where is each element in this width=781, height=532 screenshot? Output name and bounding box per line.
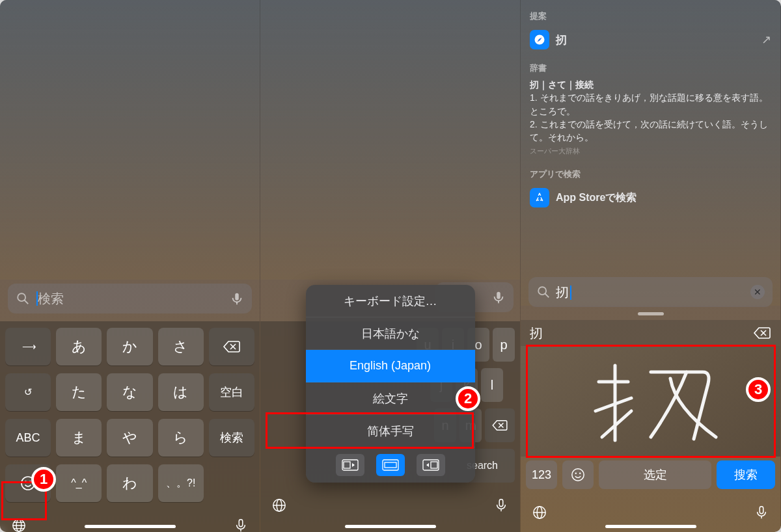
key-backspace[interactable] bbox=[485, 408, 515, 442]
key-undo[interactable]: ↺ bbox=[5, 373, 51, 411]
background-blur bbox=[260, 0, 520, 280]
key-kana-ta[interactable]: た bbox=[56, 373, 102, 411]
key-l[interactable]: l bbox=[481, 368, 503, 402]
spotlight-search-bar[interactable]: 検索 bbox=[8, 284, 252, 313]
text-caret bbox=[570, 286, 571, 300]
svg-rect-26 bbox=[385, 462, 396, 468]
hw-candidate-char[interactable]: 扨 bbox=[530, 325, 543, 342]
dict-headword: 扨｜さて｜接続 bbox=[530, 78, 771, 91]
svg-rect-28 bbox=[431, 462, 437, 468]
spotlight-results: 提案 扨 ↗ 辞書 扨｜さて｜接続 1. それまでの話をきりあげ，別な話題に移る… bbox=[530, 7, 771, 211]
dict-def-1: 1. それまでの話をきりあげ，別な話題に移る意を表す語。ところで。 bbox=[530, 91, 771, 118]
key-kana-wa[interactable]: わ bbox=[107, 464, 152, 502]
popover-item-settings[interactable]: キーボード設定… bbox=[306, 285, 475, 317]
hw-key-123[interactable]: 123 bbox=[526, 460, 557, 489]
search-placeholder: 検索 bbox=[38, 290, 230, 308]
popover-layout-icons bbox=[306, 447, 475, 483]
appstore-icon bbox=[530, 188, 549, 207]
panel-step-3: 提案 扨 ↗ 辞書 扨｜さて｜接続 1. それまでの話をきりあげ，別な話題に移る… bbox=[521, 0, 781, 532]
key-kana-sa[interactable]: さ bbox=[158, 328, 204, 366]
handwriting-candidate-bar: 扨 bbox=[521, 320, 780, 346]
keyboard-bottom-bar bbox=[260, 486, 520, 525]
svg-point-35 bbox=[575, 473, 577, 474]
callout-badge-2: 2 bbox=[456, 386, 480, 411]
keyboard-switcher-popover: キーボード設定… 日本語かな English (Japan) 絵文字 简体手写 bbox=[306, 285, 475, 483]
appstore-search-row[interactable]: App Storeで検索 bbox=[530, 184, 771, 211]
open-arrow-icon[interactable]: ↗ bbox=[761, 33, 771, 47]
dictation-icon[interactable] bbox=[230, 291, 244, 306]
keyboard-grabber[interactable] bbox=[638, 312, 664, 315]
dictionary-entry[interactable]: 扨｜さて｜接続 1. それまでの話をきりあげ，別な話題に移る意を表す語。ところで… bbox=[530, 78, 771, 157]
globe-icon[interactable] bbox=[532, 505, 547, 520]
callout-handwriting-pad bbox=[526, 345, 776, 458]
key-kana-a[interactable]: あ bbox=[56, 328, 102, 366]
suggestions-header: 提案 bbox=[530, 10, 771, 22]
key-kaomoji[interactable]: ^_^ bbox=[56, 464, 102, 502]
callout-handwriting-row bbox=[266, 412, 474, 449]
layout-full-icon[interactable] bbox=[376, 454, 405, 476]
clear-icon[interactable]: ✕ bbox=[750, 285, 765, 299]
key-abc[interactable]: ABC bbox=[5, 419, 51, 457]
svg-point-36 bbox=[579, 473, 581, 474]
key-kana-ma[interactable]: ま bbox=[56, 419, 102, 457]
apps-header: アプリで検索 bbox=[530, 168, 771, 180]
mic-icon[interactable] bbox=[754, 505, 769, 520]
home-indicator[interactable] bbox=[85, 525, 176, 528]
key-search[interactable]: 検索 bbox=[209, 419, 254, 457]
svg-point-30 bbox=[538, 287, 546, 295]
callout-badge-3: 3 bbox=[746, 377, 771, 402]
svg-rect-21 bbox=[499, 499, 503, 507]
search-icon bbox=[16, 291, 30, 306]
hw-key-search[interactable]: 搜索 bbox=[717, 460, 775, 489]
mic-icon[interactable] bbox=[234, 518, 248, 532]
hw-backspace-icon[interactable] bbox=[753, 326, 771, 339]
safari-icon bbox=[530, 30, 549, 49]
key-arrow-right[interactable]: ⟶ bbox=[5, 328, 51, 366]
svg-rect-12 bbox=[239, 520, 243, 527]
search-icon bbox=[536, 285, 551, 299]
appstore-search-label: App Storeで検索 bbox=[556, 191, 771, 205]
key-kana-na[interactable]: な bbox=[107, 373, 152, 411]
globe-icon[interactable] bbox=[272, 498, 286, 512]
globe-icon[interactable] bbox=[12, 518, 26, 532]
svg-rect-14 bbox=[497, 292, 500, 299]
dictionary-header: 辞書 bbox=[530, 62, 771, 74]
home-indicator[interactable] bbox=[345, 525, 436, 528]
svg-line-31 bbox=[545, 294, 549, 298]
key-kana-ka[interactable]: か bbox=[107, 328, 152, 366]
svg-point-0 bbox=[18, 293, 25, 301]
key-punct[interactable]: 、。?! bbox=[158, 464, 204, 502]
key-kana-ya[interactable]: や bbox=[107, 419, 152, 457]
key-space[interactable]: 空白 bbox=[209, 373, 254, 411]
panel-step-1: 検索 ⟶ あ か さ ↺ た な は 空白 ABC ま や ら bbox=[0, 0, 260, 532]
key-kana-ha[interactable]: は bbox=[158, 373, 204, 411]
home-indicator[interactable] bbox=[605, 525, 696, 528]
mic-icon[interactable] bbox=[494, 498, 508, 512]
svg-rect-40 bbox=[760, 507, 763, 514]
popover-item-kana[interactable]: 日本語かな bbox=[306, 317, 475, 350]
dict-def-2: 2. これまでの話を受けて，次の話に続けていく語。そうして。それから。 bbox=[530, 118, 771, 144]
panel-step-2: u i o p j k l n m search bbox=[260, 0, 521, 532]
key-kana-ra[interactable]: ら bbox=[158, 419, 204, 457]
svg-line-1 bbox=[25, 300, 29, 304]
layout-float-right-icon[interactable] bbox=[417, 454, 445, 476]
key-backspace[interactable] bbox=[209, 328, 254, 366]
siri-suggestion-row[interactable]: 扨 ↗ bbox=[530, 26, 771, 53]
popover-item-emoji[interactable]: 絵文字 bbox=[306, 382, 475, 415]
svg-point-34 bbox=[572, 469, 584, 481]
svg-rect-2 bbox=[235, 293, 239, 300]
popover-item-english[interactable]: English (Japan) bbox=[306, 350, 475, 382]
siri-suggestion-text: 扨 bbox=[556, 33, 755, 47]
key-search-label: 検索 bbox=[220, 432, 243, 444]
dict-source: スーパー大辞林 bbox=[530, 146, 771, 157]
callout-badge-1: 1 bbox=[31, 467, 56, 492]
layout-float-left-icon[interactable] bbox=[336, 454, 364, 476]
hw-key-emoji[interactable] bbox=[562, 460, 594, 489]
search-value: 扨 bbox=[556, 285, 569, 299]
key-p[interactable]: p bbox=[493, 328, 515, 362]
spotlight-search-bar-filled[interactable]: 扨 ✕ bbox=[528, 277, 773, 307]
background-blur bbox=[0, 0, 260, 280]
handwriting-bottom-row: 123 选定 搜索 bbox=[521, 457, 780, 493]
hw-key-select[interactable]: 选定 bbox=[599, 460, 711, 489]
dictation-icon[interactable] bbox=[491, 290, 506, 304]
